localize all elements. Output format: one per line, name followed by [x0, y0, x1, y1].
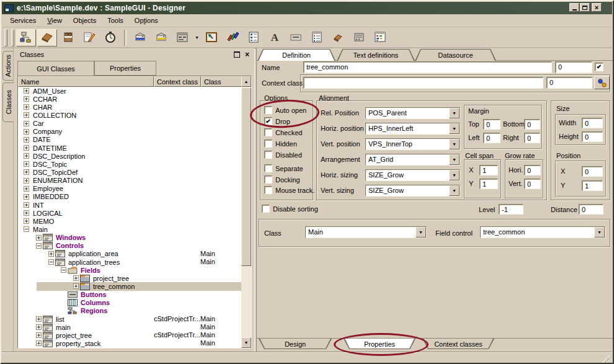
toolbar-button-clock[interactable] — [100, 29, 120, 47]
toolbar-button-window-arrow[interactable] — [202, 29, 221, 47]
expand-icon[interactable] — [24, 88, 29, 94]
tab-gui-classes[interactable]: GUI Classes — [17, 61, 94, 76]
expand-icon[interactable] — [24, 169, 29, 175]
tree-row-cchar[interactable]: CCHAR — [18, 95, 241, 103]
combobox-dropdown[interactable]: ▼ — [449, 108, 460, 118]
toolbar-grip[interactable] — [11, 29, 14, 47]
side-tab-classes[interactable]: Classes — [2, 82, 14, 122]
tree-row-employee[interactable]: Employee — [18, 185, 241, 193]
combobox-dropdown[interactable]: ▼ — [449, 123, 460, 134]
right-input[interactable]: 0 — [524, 133, 540, 143]
tree-row-datetime[interactable]: DATETIME — [18, 144, 241, 152]
toolbar-button-eraser-small[interactable] — [328, 29, 348, 47]
tab-datasource[interactable]: Datasource — [415, 49, 496, 61]
expand-icon[interactable] — [24, 153, 29, 159]
checked-checkbox[interactable] — [264, 128, 272, 136]
tree-row-main[interactable]: mainMain — [18, 323, 241, 331]
context-aux-input[interactable]: 0 — [546, 77, 592, 89]
expand-icon[interactable] — [24, 218, 29, 224]
combobox-dropdown[interactable]: ▼ — [449, 185, 460, 196]
vert-input[interactable]: 0 — [524, 179, 541, 189]
name-checkbox[interactable]: ✔ — [595, 63, 603, 71]
name-input[interactable]: tree_common — [303, 61, 552, 73]
resize-grip[interactable] — [602, 355, 610, 363]
toolbar-button-window-dots[interactable] — [370, 29, 390, 47]
expand-icon[interactable] — [36, 340, 42, 346]
context-class-picker-button[interactable] — [594, 76, 610, 89]
close-button[interactable]: × — [592, 3, 602, 12]
y-input[interactable]: 1 — [582, 180, 603, 191]
toolbar-button-drive-blue[interactable] — [130, 29, 150, 47]
toolbar-button-edit-doc[interactable] — [79, 29, 99, 47]
scroll-down-button[interactable]: ▼ — [241, 337, 251, 348]
column-header-name[interactable]: Name — [18, 76, 154, 87]
maximize-button[interactable] — [580, 3, 590, 12]
left-input[interactable]: 0 — [483, 133, 501, 143]
toolbar-button-form-list[interactable] — [307, 29, 327, 47]
combobox-dropdown[interactable]: ▼ — [449, 170, 460, 180]
class-combobox[interactable]: Main ▼ — [305, 226, 427, 238]
tree-row-memo[interactable]: MEMO — [18, 217, 241, 225]
toolbar-button-table-list[interactable] — [244, 29, 264, 47]
tab-design[interactable]: Design — [259, 339, 332, 349]
expand-icon[interactable] — [24, 202, 29, 208]
tree-row-property-stack[interactable]: property_stackMain — [18, 339, 241, 347]
tree-row-dsc-description[interactable]: DSC_Description — [18, 152, 241, 160]
tree-row-car[interactable]: Car — [18, 120, 241, 128]
collapse-icon[interactable] — [48, 259, 54, 265]
tree-row-int[interactable]: INT — [18, 201, 241, 209]
tree-row-date[interactable]: DATE — [18, 136, 241, 144]
context-class-input[interactable] — [303, 77, 543, 89]
separate-checkbox[interactable] — [264, 164, 272, 172]
expand-icon[interactable] — [36, 332, 42, 338]
toolbar-button-drive-yellow[interactable] — [151, 29, 171, 47]
menu-services[interactable]: Services — [4, 16, 42, 25]
tree-scrollbar[interactable]: ▲ ▼ — [241, 76, 251, 348]
tab-properties[interactable]: Properties — [344, 339, 416, 349]
menu-options[interactable]: Options — [129, 16, 164, 25]
x-input[interactable]: 1 — [479, 165, 498, 175]
toolbar-button-ribbon[interactable] — [223, 29, 242, 47]
tree-row-dsc-topicdef[interactable]: DSC_TopicDef — [18, 168, 241, 176]
collapse-icon[interactable] — [61, 267, 66, 273]
menu-tools[interactable]: Tools — [102, 16, 129, 25]
collapse-icon[interactable] — [24, 226, 29, 232]
hori-input[interactable]: 0 — [524, 165, 541, 175]
rel-position-combobox[interactable]: POS_Parent▼ — [365, 107, 460, 119]
side-tab-actions[interactable]: Actions — [2, 51, 13, 81]
toolbar-button-font-a[interactable]: A — [265, 29, 285, 47]
expand-icon[interactable] — [73, 275, 79, 281]
column-header-class[interactable]: Class — [201, 76, 242, 87]
scroll-thumb[interactable] — [241, 87, 251, 266]
drop-checkbox[interactable]: ✔ — [264, 117, 272, 125]
tree-row-application-area[interactable]: application_areaMain — [18, 250, 241, 258]
tree-row-buttons[interactable]: Buttons — [18, 291, 241, 299]
tree-row-enumeration[interactable]: ENUMERATION — [18, 177, 241, 185]
tab-definition[interactable]: Definition — [257, 49, 336, 61]
expand-icon[interactable] — [24, 186, 29, 192]
horiz-position-combobox[interactable]: HPS_InnerLeft▼ — [365, 123, 460, 135]
toolbar-button-mini-button[interactable] — [286, 29, 306, 47]
tree-row-regions[interactable]: Regions — [18, 307, 241, 315]
expand-icon[interactable] — [48, 251, 54, 257]
tree-row-application-trees[interactable]: application_treesMain — [18, 258, 241, 266]
scroll-up-button[interactable]: ▲ — [241, 76, 251, 87]
title-bar[interactable]: e:\Sample\Sample.dev : SampleGUI - Desig… — [2, 2, 612, 14]
mouse-track-checkbox[interactable] — [264, 186, 272, 194]
top-input[interactable]: 0 — [483, 119, 501, 130]
tree-row-imbedded[interactable]: IMBEDDED — [18, 193, 241, 201]
combobox-dropdown[interactable]: ▼ — [449, 139, 460, 149]
expand-icon[interactable] — [24, 129, 29, 135]
hidden-checkbox[interactable] — [264, 140, 272, 148]
float-panel-button[interactable] — [232, 50, 241, 59]
expand-icon[interactable] — [24, 121, 29, 127]
tab-text-definitions[interactable]: Text definitions — [337, 49, 415, 61]
toolbar-dropdown-form-grid[interactable]: ▼ — [193, 29, 201, 47]
toolbar-button-drive-gray[interactable] — [349, 29, 369, 47]
height-input[interactable]: 0 — [582, 131, 603, 142]
docking-checkbox[interactable] — [264, 175, 272, 184]
disable-sorting-checkbox[interactable] — [262, 205, 270, 213]
menu-objects[interactable]: Objects — [68, 16, 102, 25]
horiz-sizing-combobox[interactable]: SIZE_Grow▼ — [365, 169, 460, 181]
panel-splitter[interactable] — [254, 48, 257, 352]
